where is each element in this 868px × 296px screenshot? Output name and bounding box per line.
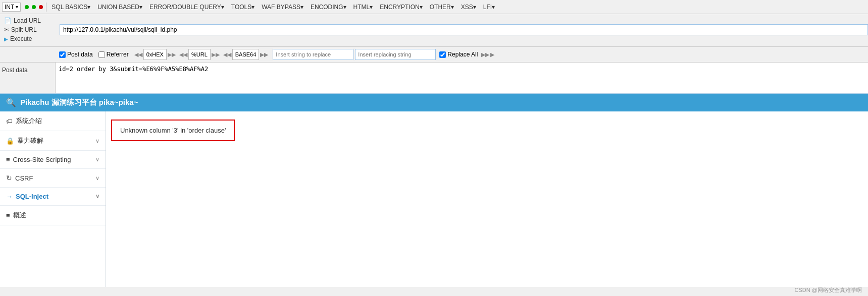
replace-all-checkbox[interactable] bbox=[439, 51, 446, 58]
execute-label: Execute bbox=[10, 35, 32, 42]
lock-icon bbox=[6, 137, 14, 145]
menu-other[interactable]: OTHER▾ bbox=[427, 3, 457, 12]
post-label: Post data bbox=[0, 63, 56, 93]
main-layout: 系统介绍 暴力破解 ∨ ≡ Cross-Site Scripting ∨ ↻ C… bbox=[0, 111, 868, 287]
url-encode-btn[interactable]: %URL bbox=[188, 49, 211, 60]
base64-arrow-right: ▶▶ bbox=[260, 51, 268, 58]
menu-error-double[interactable]: ERROR/DOUBLE QUERY▾ bbox=[146, 3, 227, 12]
load-url-icon bbox=[4, 17, 12, 24]
sidebar-item-overview[interactable]: ≡ 概述 bbox=[0, 206, 106, 225]
arrow-icon: → bbox=[6, 193, 13, 200]
chevron-down-icon3: ∨ bbox=[95, 175, 99, 182]
referrer-checkbox-label[interactable]: Referrer bbox=[98, 51, 129, 58]
menu-waf-bypass[interactable]: WAF BYPASS▾ bbox=[259, 3, 307, 12]
load-url-button[interactable]: Load URL bbox=[2, 16, 58, 25]
url-area: Load URL Split URL Execute bbox=[0, 14, 868, 47]
int-label: INT bbox=[5, 4, 14, 11]
sidebar-item-sys-intro[interactable]: 系统介绍 bbox=[0, 111, 106, 131]
side-labels: Load URL Split URL Execute bbox=[2, 16, 58, 43]
hex-arrow-left: ◀◀ bbox=[134, 51, 142, 58]
error-message: Unknown column '3' in 'order clause' bbox=[120, 127, 226, 134]
sidebar-item-csrf[interactable]: ↻ CSRF ∨ bbox=[0, 169, 106, 188]
url-row: Load URL Split URL Execute bbox=[2, 16, 868, 43]
xss-icon: ≡ bbox=[6, 156, 10, 163]
sidebar-item-bruteforce[interactable]: 暴力破解 ∨ bbox=[0, 131, 106, 151]
chevron-down-icon4: ∨ bbox=[95, 193, 99, 200]
base64-encode-btn[interactable]: BASE64 bbox=[232, 49, 260, 60]
hex-encode-btn[interactable]: 0xHEX bbox=[143, 49, 167, 60]
split-url-button[interactable]: Split URL bbox=[2, 25, 58, 34]
split-url-label: Split URL bbox=[11, 26, 37, 33]
post-data-textarea[interactable]: id=2 order by 3&submit=%E6%9F%A5%E8%AF%A… bbox=[56, 63, 868, 93]
overview-icon: ≡ bbox=[6, 212, 10, 219]
sidebar-item-bruteforce-label: 暴力破解 bbox=[17, 136, 43, 145]
green-status-dot2 bbox=[32, 5, 36, 9]
url-label: %URL bbox=[191, 51, 208, 57]
replace-string-input[interactable] bbox=[273, 49, 353, 60]
referrer-checkbox[interactable] bbox=[98, 51, 105, 58]
sidebar-item-csrf-label: CSRF bbox=[15, 174, 33, 182]
menu-tools[interactable]: TOOLS▾ bbox=[228, 3, 258, 12]
split-url-icon bbox=[4, 26, 9, 33]
menu-encoding[interactable]: ENCODING▾ bbox=[308, 3, 349, 12]
execute-icon bbox=[4, 35, 8, 42]
chevron-down-icon2: ∨ bbox=[95, 156, 99, 163]
replace-all-text: Replace All bbox=[447, 51, 478, 58]
replace-arrow-right: ▶▶ bbox=[481, 51, 489, 58]
sidebar: 系统介绍 暴力破解 ∨ ≡ Cross-Site Scripting ∨ ↻ C… bbox=[0, 111, 106, 287]
sidebar-item-sql-inject[interactable]: → SQL-Inject ∨ bbox=[0, 188, 106, 206]
tag-icon bbox=[6, 117, 13, 125]
menu-sql-basics[interactable]: SQL BASICS▾ bbox=[48, 3, 93, 12]
menu-html[interactable]: HTML▾ bbox=[350, 3, 376, 12]
load-url-label: Load URL bbox=[14, 17, 41, 24]
green-status-dot bbox=[25, 5, 29, 9]
post-data-area: Post data id=2 order by 3&submit=%E6%9F%… bbox=[0, 63, 868, 94]
chevron-down-icon: ∨ bbox=[95, 138, 99, 144]
replace-arrow-right2: ▶ bbox=[490, 51, 494, 58]
response-header-title: Pikachu 漏洞练习平台 pika~pika~ bbox=[20, 98, 138, 107]
replacing-string-input[interactable] bbox=[355, 49, 436, 60]
menu-xss[interactable]: XSS▾ bbox=[458, 3, 479, 12]
response-header-icon: 🔍 bbox=[6, 98, 16, 107]
int-select[interactable]: INT ▾ bbox=[2, 3, 21, 12]
hex-arrow-right: ▶▶ bbox=[168, 51, 176, 58]
replace-all-label[interactable]: Replace All bbox=[439, 51, 478, 58]
sidebar-item-sys-intro-label: 系统介绍 bbox=[16, 116, 42, 126]
error-box: Unknown column '3' in 'order clause' bbox=[111, 120, 235, 141]
menu-union-based[interactable]: UNION BASED▾ bbox=[94, 3, 145, 12]
url-input[interactable] bbox=[60, 24, 868, 35]
sidebar-item-xss[interactable]: ≡ Cross-Site Scripting ∨ bbox=[0, 151, 106, 169]
menu-lfi[interactable]: LFI▾ bbox=[480, 3, 498, 12]
post-data-checkbox[interactable] bbox=[59, 51, 66, 58]
post-data-checkbox-text: Post data bbox=[67, 51, 93, 58]
sidebar-item-overview-label: 概述 bbox=[13, 211, 26, 220]
menu-encryption[interactable]: ENCRYPTION▾ bbox=[377, 3, 425, 12]
toolbar-row: Post data Referrer ◀◀ 0xHEX ▶▶ ◀◀ %URL ▶… bbox=[0, 47, 868, 63]
menu-bar: INT ▾ SQL BASICS▾ UNION BASED▾ ERROR/DOU… bbox=[0, 0, 868, 14]
red-status-dot bbox=[39, 5, 43, 9]
sidebar-item-xss-label: Cross-Site Scripting bbox=[13, 156, 71, 163]
post-data-checkbox-label[interactable]: Post data bbox=[59, 51, 93, 58]
sidebar-item-sql-inject-label: SQL-Inject bbox=[16, 193, 48, 200]
url-arrow-left: ◀◀ bbox=[179, 51, 187, 58]
response-header: 🔍 Pikachu 漏洞练习平台 pika~pika~ bbox=[0, 94, 868, 111]
content-area: Unknown column '3' in 'order clause' bbox=[106, 111, 868, 287]
base64-arrow-left: ◀◀ bbox=[223, 51, 231, 58]
csrf-icon: ↻ bbox=[6, 174, 12, 182]
referrer-label: Referrer bbox=[107, 51, 129, 58]
footer: CSDN @网络安全真难学啊 bbox=[795, 286, 862, 287]
url-arrow-right: ▶▶ bbox=[212, 51, 220, 58]
menu-sep1 bbox=[46, 3, 46, 12]
hex-label: 0xHEX bbox=[146, 51, 164, 57]
base64-label: BASE64 bbox=[235, 51, 257, 57]
execute-button[interactable]: Execute bbox=[2, 34, 58, 43]
